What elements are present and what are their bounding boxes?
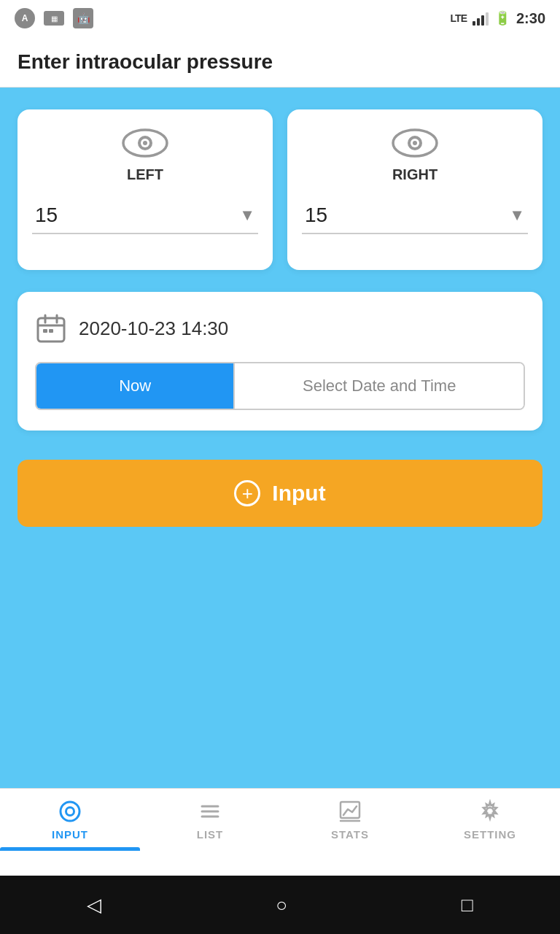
svg-point-16 <box>67 808 73 814</box>
nav-label-list: LIST <box>197 828 224 841</box>
input-button[interactable]: + Input <box>18 460 542 527</box>
calendar-svg-icon <box>35 312 67 344</box>
svg-rect-13 <box>49 329 53 333</box>
input-btn-wrap: + Input <box>18 460 542 527</box>
right-eye-label: RIGHT <box>302 166 528 183</box>
datetime-buttons: Now Select Date and Time <box>35 362 525 410</box>
signal-icon <box>472 11 489 26</box>
right-eye-card: RIGHT 15 ▼ <box>287 109 542 270</box>
nav-item-stats[interactable]: STATS <box>280 799 420 841</box>
nav-label-setting: SETTING <box>464 828 516 841</box>
eye-cards-row: LEFT 15 ▼ RIGHT 15 ▼ <box>18 109 542 270</box>
left-eye-icon-wrap <box>32 127 258 159</box>
datetime-display: 2020-10-23 14:30 <box>35 312 525 344</box>
left-eye-dropdown[interactable]: 15 ▼ <box>32 198 258 234</box>
right-eye-dropdown[interactable]: 15 ▼ <box>302 198 528 234</box>
app-bar: Enter intraocular pressure <box>0 36 560 88</box>
lte-indicator: LTE <box>451 12 467 24</box>
app-icon-2: ▦ <box>44 11 64 26</box>
right-eye-value: 15 <box>305 204 327 227</box>
left-eye-icon <box>122 127 168 159</box>
right-eye-dropdown-arrow: ▼ <box>509 206 525 225</box>
page-title: Enter intraocular pressure <box>18 50 273 74</box>
left-eye-dropdown-arrow: ▼ <box>239 206 255 225</box>
right-eye-icon-wrap <box>302 127 528 159</box>
status-bar: A ▦ 🤖 LTE 🔋 2:30 <box>0 0 560 36</box>
battery-icon: 🔋 <box>494 10 510 26</box>
svg-rect-12 <box>43 329 47 333</box>
left-eye-card: LEFT 15 ▼ <box>18 109 273 270</box>
launcher-icon: A <box>15 8 35 28</box>
status-bar-left: A ▦ 🤖 <box>15 8 93 28</box>
nav-item-list[interactable]: LIST <box>140 799 280 841</box>
select-datetime-button[interactable]: Select Date and Time <box>233 363 524 409</box>
input-btn-label: Input <box>272 481 325 506</box>
nav-label-stats: STATS <box>331 828 369 841</box>
bottom-nav: INPUT LIST STATS SETTING <box>0 788 560 876</box>
status-bar-right: LTE 🔋 2:30 <box>451 10 545 27</box>
recent-button[interactable]: □ <box>462 894 473 916</box>
left-eye-value: 15 <box>35 204 58 227</box>
stats-nav-icon <box>338 799 362 824</box>
plus-circle-icon: + <box>234 480 260 506</box>
datetime-value: 2020-10-23 14:30 <box>79 317 228 340</box>
svg-point-3 <box>143 141 147 145</box>
back-button[interactable]: ◁ <box>87 894 101 916</box>
app-icon-3: 🤖 <box>73 8 93 28</box>
main-content: LEFT 15 ▼ RIGHT 15 ▼ <box>0 88 560 788</box>
left-eye-label: LEFT <box>32 166 258 183</box>
list-nav-icon <box>198 799 222 824</box>
datetime-card: 2020-10-23 14:30 Now Select Date and Tim… <box>18 292 542 431</box>
setting-nav-icon <box>478 799 502 824</box>
time-display: 2:30 <box>516 10 545 27</box>
calendar-icon <box>35 312 67 344</box>
input-nav-icon <box>58 799 82 824</box>
svg-point-7 <box>413 141 417 145</box>
now-button[interactable]: Now <box>36 363 233 409</box>
nav-item-input[interactable]: INPUT <box>0 799 140 841</box>
nav-item-setting[interactable]: SETTING <box>420 799 560 841</box>
nav-label-input: INPUT <box>52 828 88 841</box>
home-button[interactable]: ○ <box>276 894 287 916</box>
right-eye-icon <box>392 127 438 159</box>
system-nav: ◁ ○ □ <box>0 876 560 934</box>
